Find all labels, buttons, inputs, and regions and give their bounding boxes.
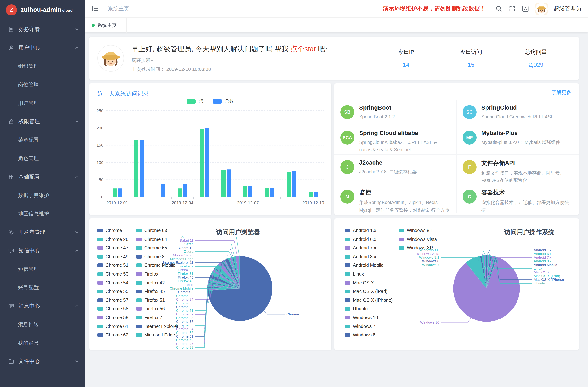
sidebar-item-3[interactable]: 基础配置 xyxy=(0,167,85,186)
sidebar-subitem[interactable]: 菜单配置 xyxy=(0,131,85,149)
legend-item[interactable]: Linux xyxy=(345,271,394,277)
sidebar-subitem[interactable]: 消息推送 xyxy=(0,315,85,333)
legend-item[interactable]: Mac OS X (iPad) xyxy=(345,289,394,294)
star-link[interactable]: 点个star xyxy=(290,45,316,53)
legend-item[interactable]: Chrome 58 xyxy=(97,306,128,312)
legend-item[interactable]: Chrome 49 xyxy=(97,254,128,259)
sidebar-subitem[interactable]: 角色管理 xyxy=(0,149,85,167)
stat-1: 今日访问15 xyxy=(459,48,483,68)
legend-item[interactable]: Android 1.x xyxy=(345,228,394,233)
sidebar-subitem[interactable]: 地区信息维护 xyxy=(0,204,85,223)
legend-item[interactable]: Windows 8 xyxy=(345,332,394,338)
sidebar-item-4[interactable]: 开发者管理 xyxy=(0,223,85,241)
legend-item[interactable]: Chrome 63 xyxy=(136,228,185,233)
legend-item[interactable]: Chrome xyxy=(97,228,128,233)
font-size-icon[interactable] xyxy=(522,5,529,12)
greeting-card: 早上好, 超级管理员, 今天帮别人解决问题了吗 帮我 点个star 吧~ 疯狂加… xyxy=(89,37,579,80)
search-icon[interactable] xyxy=(495,5,503,12)
pie-label: Ubuntu xyxy=(534,281,545,285)
sidebar-item-7[interactable]: 文件中心 xyxy=(0,352,85,370)
legend-item[interactable]: Chrome 64 xyxy=(136,237,185,242)
breadcrumb: 系统主页 xyxy=(108,5,129,12)
legend-item[interactable]: Firefox 45 xyxy=(136,289,185,294)
legend-item[interactable]: Chrome 62 xyxy=(97,332,128,338)
sidebar-subitem[interactable]: 组织管理 xyxy=(0,57,85,75)
sidebar-item-6[interactable]: 消息中心 xyxy=(0,297,85,315)
legend-item[interactable]: Chrome 53 xyxy=(97,271,128,277)
legend-marker xyxy=(97,255,103,259)
legend-item[interactable]: Android 6.x xyxy=(345,237,394,242)
sidebar-item-5[interactable]: 短信中心 xyxy=(0,241,85,260)
sidebar-item-1[interactable]: 用户中心 xyxy=(0,38,85,57)
legend-item[interactable]: 总数 xyxy=(213,98,234,104)
legend-label: Windows 8.1 xyxy=(407,228,433,233)
lock-icon xyxy=(8,118,14,124)
visits-bar-chart[interactable]: 0501001502002502019-12-012019-12-042019-… xyxy=(92,106,329,208)
stat-label: 今日IP xyxy=(394,48,418,56)
pie-label: Mac OS X (iPhone) xyxy=(534,278,564,282)
menu-fold-icon[interactable] xyxy=(92,5,99,12)
legend-item[interactable]: Android 7.x xyxy=(345,245,394,250)
legend-item[interactable]: Windows 10 xyxy=(345,315,394,320)
legend-item[interactable]: Chrome 26 xyxy=(97,237,128,242)
tab-home[interactable]: 系统主页 xyxy=(92,18,126,33)
sidebar-subitem[interactable]: 账号配置 xyxy=(0,278,85,297)
legend-item[interactable]: Chrome 54 xyxy=(97,280,128,285)
legend-item[interactable]: Chrome 57 xyxy=(97,298,128,303)
sidebar-item-2[interactable]: 权限管理 xyxy=(0,112,85,131)
legend-item[interactable]: Firefox 42 xyxy=(136,280,185,285)
legend-item[interactable]: Windows XP xyxy=(399,245,437,250)
legend-item[interactable]: Firefox 56 xyxy=(136,306,185,312)
legend-item[interactable]: Windows 7 xyxy=(345,324,394,329)
legend-item[interactable]: Ubuntu xyxy=(345,306,394,312)
pie-label: Mac OS X (iPad) xyxy=(534,274,560,278)
legend-item[interactable]: Chrome 47 xyxy=(97,245,128,250)
pie-slice xyxy=(480,256,486,288)
browser-chart-card: ChromeChrome 26Chrome 47Chrome 49Chrome … xyxy=(89,218,332,350)
feature-desc: 虚拟化容器技术，让迁移、部署更加方便快捷 xyxy=(481,199,573,213)
folder-icon xyxy=(8,358,14,364)
legend-item[interactable]: Chrome 59 xyxy=(97,315,128,320)
fullscreen-icon[interactable] xyxy=(509,5,516,12)
legend-item[interactable]: 您 xyxy=(187,98,203,104)
learn-more-link[interactable]: 了解更多 xyxy=(551,89,571,96)
sidebar-subitem[interactable]: 岗位管理 xyxy=(0,75,85,94)
legend-item[interactable]: Chrome 51 xyxy=(97,263,128,268)
feature-desc: J2cache2.7.8: 二级缓存框架 xyxy=(359,168,417,176)
legend-item[interactable]: Chrome 55 xyxy=(97,289,128,294)
pie-slice xyxy=(486,255,489,288)
legend-item[interactable]: Windows Vista xyxy=(399,237,437,242)
feature-desc: Spring Boot 2.1.2 xyxy=(359,113,395,121)
pie-slice xyxy=(214,268,240,288)
legend-item[interactable]: Firefox xyxy=(136,271,185,277)
legend-item[interactable]: Internet Explorer 11 xyxy=(136,324,185,329)
chevron-up-icon xyxy=(75,248,79,253)
sidebar-item-label: 消息中心 xyxy=(19,302,75,309)
pie-slice xyxy=(209,278,240,288)
legend-item[interactable]: Chrome 65 xyxy=(136,245,185,250)
username[interactable]: 超级管理员 xyxy=(554,5,581,12)
legend-item[interactable]: Firefox 7 xyxy=(136,315,185,320)
logo[interactable]: Z zuihou-admincloud xyxy=(0,0,85,20)
sidebar-subitem[interactable]: 数据字典维护 xyxy=(0,186,85,204)
pie-slice xyxy=(486,255,491,288)
browser-chart-title: 访问用户浏览器 xyxy=(216,228,260,237)
legend-item[interactable]: Chrome 61 xyxy=(97,324,128,329)
legend-item[interactable]: Microsoft Edge xyxy=(136,332,185,338)
legend-marker xyxy=(97,290,103,293)
sidebar-item-0[interactable]: 务必详看 xyxy=(0,20,85,38)
legend-item[interactable]: Mac OS X (iPhone) xyxy=(345,298,394,303)
user-avatar[interactable] xyxy=(535,2,548,15)
legend-item[interactable]: Chrome Mobile xyxy=(136,263,185,268)
legend-label: Windows 7 xyxy=(353,324,375,329)
sidebar-subitem[interactable]: 短信管理 xyxy=(0,260,85,278)
legend-item[interactable]: Android 8.x xyxy=(345,254,394,259)
legend-item[interactable]: Firefox 51 xyxy=(136,298,185,303)
legend-item[interactable]: Android Mobile xyxy=(345,263,394,268)
legend-item[interactable]: Mac OS X xyxy=(345,280,394,285)
sidebar-subitem[interactable]: 用户管理 xyxy=(0,94,85,112)
legend-item[interactable]: Chrome 8 xyxy=(136,254,185,259)
pie-slice xyxy=(230,257,240,288)
sidebar-subitem[interactable]: 我的消息 xyxy=(0,333,85,352)
legend-item[interactable]: Windows 8.1 xyxy=(399,228,437,233)
